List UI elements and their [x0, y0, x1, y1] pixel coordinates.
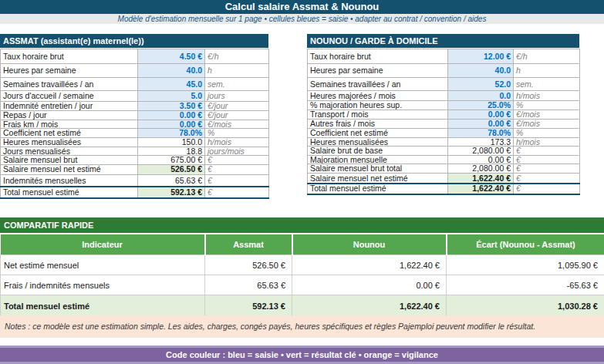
unit-cell: €/h [514, 49, 580, 64]
input-cell[interactable]: 25.0% [448, 101, 514, 110]
value-cell: 173.3 [448, 137, 514, 147]
input-cell[interactable]: 3.50 € [138, 102, 205, 111]
table-row: Salaire mensuel net estimé1,622.40 €€ [308, 174, 580, 184]
table-row: Indemnité entretien / jour3.50 €€/jour [1, 102, 269, 111]
assmat-table: Taux horaire brut4.50 €€/hHeures par sem… [0, 49, 269, 199]
row-label: Total mensuel estimé [1, 295, 205, 317]
row-label: Heures mensualisées [1, 138, 138, 147]
assmat-value: 592.13 € [205, 295, 292, 317]
table-row: Heures mensualisées150.0h/mois [1, 138, 269, 147]
ecart-value: 1,095.90 € [447, 255, 604, 275]
table-row: Coefficient net estimé78.0%% [1, 129, 269, 138]
page-subtitle: Modèle d'estimation mensuelle sur 1 page… [118, 15, 487, 23]
unit-cell: € [514, 184, 580, 194]
unit-cell: % [205, 129, 269, 138]
table-row: Indemnités mensuelles65.63 €€ [1, 174, 269, 187]
input-cell[interactable]: 0.00 € [138, 111, 205, 120]
row-label: % majoration heures sup. [308, 101, 448, 110]
table-row: Total mensuel estimé1,622.40 €€ [308, 184, 580, 194]
input-cell[interactable]: 52.0 [448, 78, 514, 91]
row-label: Jours d'accueil / semaine [1, 91, 138, 102]
page-title: Calcul salaire Assmat & Nounou [225, 1, 380, 12]
table-row: Salaire mensuel brut total2,080.00 €€ [308, 164, 580, 174]
input-cell[interactable]: 45.0 [138, 78, 205, 91]
nounou-panel: NOUNOU / GARDE À DOMICILE Taux horaire b… [307, 34, 579, 195]
unit-cell: €/h [205, 49, 269, 64]
input-cell[interactable]: 40.0 [448, 64, 514, 78]
column-header-nounou: Nounou [292, 234, 447, 255]
nounou-value: 0.00 € [292, 275, 447, 295]
nounou-value: 1,622.40 € [292, 255, 447, 275]
compare-row: Total mensuel estimé592.13 €1,622.40 €1,… [1, 295, 604, 317]
row-label: Jours mensualisés [1, 147, 138, 156]
table-row: Repas / jour0.00 €€/jour [1, 111, 269, 120]
table-row: Heures par semaine40.0h [1, 64, 269, 78]
table-row: Total mensuel estimé592.13 €€ [1, 187, 269, 198]
row-label: Semaines travaillées / an [1, 78, 138, 91]
assmat-value: 526.50 € [205, 255, 292, 275]
table-row: Salaire mensuel brut675.00 €€ [1, 156, 269, 165]
value-cell: 2,080.00 € [448, 164, 514, 174]
input-cell[interactable]: 78.0% [138, 129, 205, 138]
column-header-ecart: Écart (Nounou - Assmat) [447, 234, 604, 255]
notes-bar: Notes : ce modèle est une estimation sim… [0, 315, 604, 338]
table-row: Salaire mensuel net estimé526.50 €€ [1, 164, 269, 174]
unit-cell: €/mois [205, 120, 269, 129]
table-row: % majoration heures sup.25.0%% [308, 101, 580, 110]
column-header-assmat: Assmat [205, 234, 292, 255]
table-row: Taux horaire brut12.00 €€/h [308, 49, 580, 64]
nounou-value: 1,622.40 € [292, 295, 447, 317]
unit-cell: € [514, 174, 580, 184]
table-row: Semaines travaillées / an52.0sem. [308, 78, 580, 91]
row-label: Heures par semaine [1, 64, 138, 78]
table-row: Salaire brut de base2,080.00 €€ [308, 147, 580, 156]
ecart-value: 1,030.28 € [447, 295, 604, 317]
unit-cell: € [514, 155, 580, 164]
unit-cell: €/mois [514, 120, 580, 129]
unit-cell: h/mois [205, 138, 269, 147]
unit-cell: € [205, 187, 269, 198]
input-cell[interactable]: 12.00 € [448, 49, 514, 64]
subtitle-bar: Modèle d'estimation mensuelle sur 1 page… [0, 14, 604, 24]
row-label: Indemnité entretien / jour [1, 102, 138, 111]
nounou-table: Taux horaire brut12.00 €€/hHeures par se… [307, 49, 580, 195]
table-row: Heures par semaine40.0h [308, 64, 580, 78]
color-legend-text: Code couleur : bleu = saisie • vert = ré… [0, 348, 604, 362]
unit-cell: % [514, 101, 580, 110]
value-cell: 65.63 € [138, 174, 205, 187]
input-cell[interactable]: 0.00 € [138, 120, 205, 129]
value-cell: 150.0 [138, 138, 205, 147]
notes-text: Notes : ce modèle est une estimation sim… [5, 322, 535, 331]
input-cell[interactable]: 40.0 [138, 64, 205, 78]
input-cell[interactable]: 5.0 [138, 91, 205, 102]
value-cell: 526.50 € [138, 164, 205, 174]
row-label: Majoration mensuelle [308, 155, 448, 164]
comparatif-section-header: COMPARATIF RAPIDE [0, 217, 604, 233]
assmat-value: 65.63 € [205, 275, 292, 295]
row-label: Taux horaire brut [1, 49, 138, 64]
column-header-indicateur: Indicateur [1, 234, 205, 255]
row-label: Total mensuel estimé [1, 187, 138, 198]
value-cell: 592.13 € [138, 187, 205, 198]
row-label: Salaire mensuel brut [1, 156, 138, 165]
unit-cell: € [205, 174, 269, 187]
comparatif-section: COMPARATIF RAPIDE Indicateur Assmat Noun… [0, 217, 604, 317]
color-legend-bar: Code couleur : bleu = saisie • vert = ré… [0, 345, 604, 364]
input-cell[interactable]: 0.0 [448, 91, 514, 101]
row-label: Autres frais / mois [308, 120, 448, 129]
value-cell: 0.00 € [448, 155, 514, 164]
unit-cell: € [514, 164, 580, 174]
table-row: Transport / mois0.00 €€/mois [308, 110, 580, 120]
input-cell[interactable]: 4.50 € [138, 49, 205, 64]
input-cell[interactable]: 0.00 € [448, 120, 514, 129]
table-row: Majoration mensuelle0.00 €€ [308, 155, 580, 164]
compare-row: Net estimé mensuel526.50 €1,622.40 €1,09… [1, 255, 604, 275]
assmat-panel-header: ASSMAT (assistant(e) maternel(le)) [0, 34, 268, 48]
input-cell[interactable]: 0.00 € [448, 110, 514, 120]
input-cell[interactable]: 78.0% [448, 128, 514, 137]
unit-cell: h/mois [514, 91, 580, 101]
assmat-panel: ASSMAT (assistant(e) maternel(le)) Taux … [0, 34, 268, 199]
row-label: Transport / mois [308, 110, 448, 120]
unit-cell: h [205, 64, 269, 78]
row-label: Coefficient net estimé [1, 129, 138, 138]
